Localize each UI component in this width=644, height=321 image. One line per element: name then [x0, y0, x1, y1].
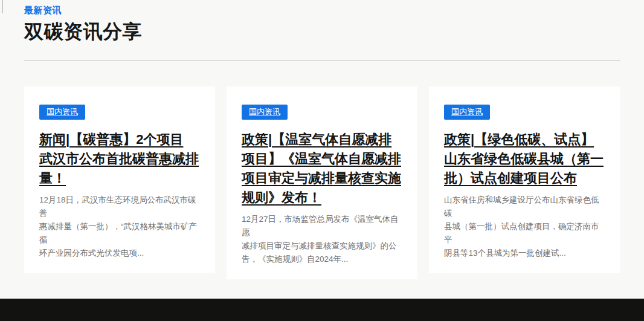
- news-title-link[interactable]: 政策|【温室气体自愿减排 项目】《温室气体自愿减排 项目审定与减排量核查实施 规…: [242, 130, 402, 207]
- footer-bar: [0, 299, 644, 321]
- news-title-link[interactable]: 新闻|【碳普惠】2个项目 武汉市公布首批碳普惠减排 量！: [39, 130, 200, 188]
- news-card-list: 国内资讯 新闻|【碳普惠】2个项目 武汉市公布首批碳普惠减排 量！ 12月18日…: [24, 86, 620, 279]
- section-eyebrow-label: 最新资讯: [24, 5, 620, 16]
- category-badge[interactable]: 国内资讯: [444, 105, 490, 120]
- section-divider: [24, 60, 620, 61]
- news-excerpt: 12月18日，武汉市生态环境局公布武汉市碳普 惠减排量（第一批），“武汉格林美城…: [39, 193, 200, 260]
- news-title-link[interactable]: 政策|【绿色低碳、试点】 山东省绿色低碳县城（第一 批）试点创建项目公布: [444, 130, 605, 188]
- news-card[interactable]: 国内资讯 新闻|【碳普惠】2个项目 武汉市公布首批碳普惠减排 量！ 12月18日…: [24, 86, 215, 273]
- news-card[interactable]: 国内资讯 政策|【绿色低碳、试点】 山东省绿色低碳县城（第一 批）试点创建项目公…: [429, 86, 620, 273]
- category-badge[interactable]: 国内资讯: [242, 105, 288, 120]
- news-excerpt: 山东省住房和城乡建设厅公布山东省绿色低碳 县城（第一批）试点创建项目，确定济南市…: [444, 193, 605, 260]
- category-badge[interactable]: 国内资讯: [39, 105, 85, 120]
- news-excerpt: 12月27日，市场监管总局发布《温室气体自愿 减排项目审定与减排量核查实施规则》…: [242, 213, 402, 266]
- news-card[interactable]: 国内资讯 政策|【温室气体自愿减排 项目】《温室气体自愿减排 项目审定与减排量核…: [227, 86, 417, 279]
- page-title: 双碳资讯分享: [24, 20, 620, 43]
- section-content: 最新资讯 双碳资讯分享 国内资讯 新闻|【碳普惠】2个项目 武汉市公布首批碳普惠…: [24, 5, 620, 279]
- news-section-page: 最新资讯 双碳资讯分享 国内资讯 新闻|【碳普惠】2个项目 武汉市公布首批碳普惠…: [0, 0, 644, 321]
- scrollbar-fragment: [2, 0, 3, 13]
